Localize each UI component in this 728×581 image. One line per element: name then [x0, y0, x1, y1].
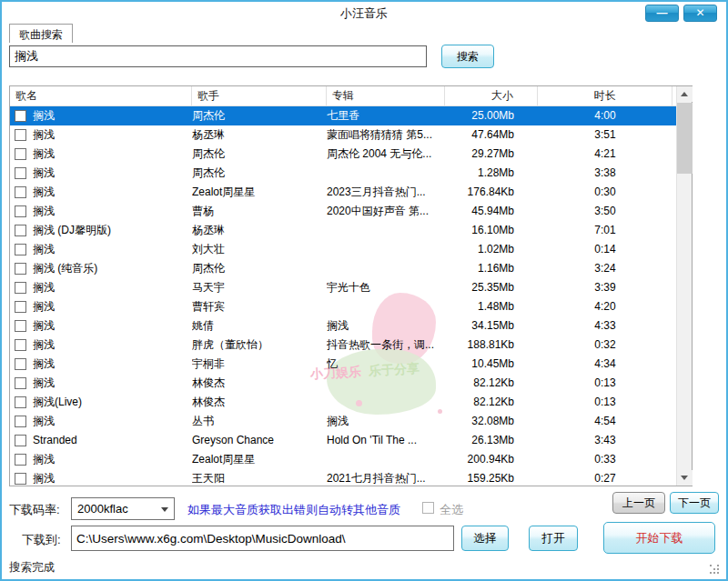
table-row[interactable]: 搁浅 周杰伦 周杰伦 2004 无与伦... 29.27Mb 4:21: [10, 145, 676, 164]
start-download-button[interactable]: 开始下载: [603, 522, 715, 554]
song-artist: 周杰伦: [192, 259, 327, 278]
row-checkbox[interactable]: [15, 282, 26, 294]
column-header-artist[interactable]: 歌手: [192, 86, 327, 105]
row-checkbox[interactable]: [15, 339, 26, 351]
table-row[interactable]: 搁浅 周杰伦 七里香 25.00Mb 4:00: [10, 106, 676, 125]
row-checkbox[interactable]: [15, 473, 26, 485]
song-size: 1.28Mb: [445, 164, 538, 183]
scroll-down-arrow-icon[interactable]: [677, 470, 693, 486]
download-path-input[interactable]: [71, 526, 454, 551]
column-header-duration[interactable]: 时长: [538, 86, 672, 105]
column-header-album[interactable]: 专辑: [327, 86, 445, 105]
song-name: 搁浅: [33, 450, 55, 469]
close-button[interactable]: ✕: [683, 5, 717, 22]
song-name: 搁浅: [33, 278, 55, 297]
prev-page-button[interactable]: 上一页: [612, 492, 665, 514]
row-checkbox[interactable]: [15, 244, 26, 255]
row-checkbox[interactable]: [15, 320, 26, 332]
song-name: 搁浅: [33, 355, 55, 374]
choose-folder-button[interactable]: 选择: [461, 526, 509, 551]
table-row[interactable]: 搁浅 (纯音乐) 周杰伦 1.16Mb 3:24: [10, 259, 676, 278]
next-page-button[interactable]: 下一页: [670, 492, 719, 514]
table-row[interactable]: 搁浅 王天阳 2021七月抖音热门... 159.25Kb 0:27: [10, 469, 676, 486]
song-name: 搁浅: [33, 297, 55, 316]
table-row[interactable]: 搁浅 杨丞琳 蒙面唱将猜猜猜 第5... 47.64Mb 3:51: [10, 125, 676, 145]
column-header-size[interactable]: 大小: [445, 86, 538, 105]
row-checkbox[interactable]: [15, 110, 26, 122]
table-row[interactable]: 搁浅 丛书 搁浅 32.08Mb 4:54: [10, 412, 676, 431]
bitrate-value: 2000kflac: [77, 502, 128, 516]
bitrate-select[interactable]: 2000kflac: [71, 497, 175, 520]
song-artist: 周杰伦: [192, 164, 327, 183]
table-row[interactable]: 搁浅 曹杨 2020中国好声音 第... 45.94Mb 3:50: [10, 202, 676, 221]
table-row[interactable]: 搁浅(Live) 林俊杰 82.12Kb 0:13: [10, 393, 676, 412]
table-row[interactable]: 搁浅 Zealot周星星 200.94Kb 0:33: [10, 450, 676, 469]
row-checkbox[interactable]: [15, 435, 26, 446]
song-artist: Zealot周星星: [192, 450, 327, 469]
table-body: 小刀娱乐乐于分享 搁浅 周杰伦 七里香 25.00Mb 4:00 搁浅 杨丞琳 …: [10, 106, 676, 486]
select-all-checkbox[interactable]: [422, 502, 434, 514]
song-size: 10.45Mb: [445, 355, 538, 374]
row-checkbox[interactable]: [15, 186, 26, 198]
window-title: 小汪音乐: [2, 5, 726, 22]
row-checkbox[interactable]: [15, 225, 26, 236]
search-input[interactable]: [9, 45, 427, 67]
row-checkbox[interactable]: [15, 416, 26, 427]
table-row[interactable]: 搁浅 姚倩 搁浅 34.15Mb 4:33: [10, 316, 676, 336]
row-checkbox[interactable]: [15, 454, 26, 466]
song-artist: 王天阳: [192, 469, 327, 486]
song-size: 25.00Mb: [445, 106, 538, 125]
row-checkbox[interactable]: [15, 205, 26, 217]
column-header-song[interactable]: 歌名: [10, 86, 192, 105]
minimize-button[interactable]: —: [645, 5, 679, 22]
song-duration: 3:39: [538, 278, 672, 297]
song-size: 16.10Mb: [445, 221, 538, 240]
song-album: 2023三月抖音热门...: [327, 183, 445, 202]
row-checkbox[interactable]: [15, 263, 26, 275]
table-row[interactable]: 搁浅 Zealot周星星 2023三月抖音热门... 176.84Kb 0:30: [10, 183, 676, 202]
select-all-label: 全选: [440, 502, 463, 518]
song-size: 29.27Mb: [445, 145, 538, 164]
table-row[interactable]: Stranded Greyson Chance Hold On 'Til The…: [10, 431, 676, 450]
song-size: 45.94Mb: [445, 202, 538, 221]
table-row[interactable]: 搁浅 宇桐非 忆 10.45Mb 4:34: [10, 355, 676, 374]
song-size: 1.02Mb: [445, 240, 538, 259]
song-size: 176.84Kb: [445, 183, 538, 202]
table-row[interactable]: 搁浅 曹轩宾 1.48Mb 4:20: [10, 297, 676, 316]
song-name: 搁浅: [33, 125, 55, 145]
row-checkbox[interactable]: [15, 148, 26, 160]
song-duration: 3:43: [538, 431, 672, 450]
song-duration: 4:34: [538, 355, 672, 374]
tab-song-search[interactable]: 歌曲搜索: [9, 24, 73, 43]
search-button[interactable]: 搜索: [441, 45, 494, 68]
song-size: 34.15Mb: [445, 316, 538, 336]
song-artist: 周杰伦: [192, 145, 327, 164]
song-size: 188.81Kb: [445, 336, 538, 355]
song-artist: 马天宇: [192, 278, 327, 297]
song-name: 搁浅: [33, 164, 55, 183]
song-duration: 4:54: [538, 412, 672, 431]
table-row[interactable]: 搁浅 马天宇 宇光十色 25.35Mb 3:39: [10, 278, 676, 297]
row-checkbox[interactable]: [15, 377, 26, 389]
table-row[interactable]: 搁浅 (DJ馨明版) 杨丞琳 16.10Mb 7:01: [10, 221, 676, 240]
song-name: Stranded: [33, 431, 77, 450]
tab-strip: 歌曲搜索: [2, 24, 726, 43]
song-album: Hold On 'Til The ...: [327, 431, 445, 450]
vertical-scrollbar[interactable]: [676, 86, 692, 486]
table-row[interactable]: 搁浅 刘大壮 1.02Mb 0:14: [10, 240, 676, 259]
row-checkbox[interactable]: [15, 358, 26, 370]
resize-grip[interactable]: [710, 565, 719, 574]
song-size: 32.08Mb: [445, 412, 538, 431]
scrollbar-thumb[interactable]: [677, 103, 693, 174]
row-checkbox[interactable]: [15, 167, 26, 179]
table-row[interactable]: 搁浅 林俊杰 82.12Kb 0:13: [10, 374, 676, 393]
song-album: 周杰伦 2004 无与伦...: [327, 145, 445, 164]
table-row[interactable]: 搁浅 周杰伦 1.28Mb 3:38: [10, 164, 676, 183]
scroll-up-arrow-icon[interactable]: [677, 86, 693, 102]
row-checkbox[interactable]: [15, 301, 26, 313]
table-row[interactable]: 搁浅 胖虎（董欣怡） 抖音热歌一条街，调... 188.81Kb 0:32: [10, 336, 676, 355]
open-folder-button[interactable]: 打开: [529, 526, 578, 551]
row-checkbox[interactable]: [15, 129, 26, 141]
close-icon: ✕: [695, 6, 704, 19]
row-checkbox[interactable]: [15, 396, 26, 408]
